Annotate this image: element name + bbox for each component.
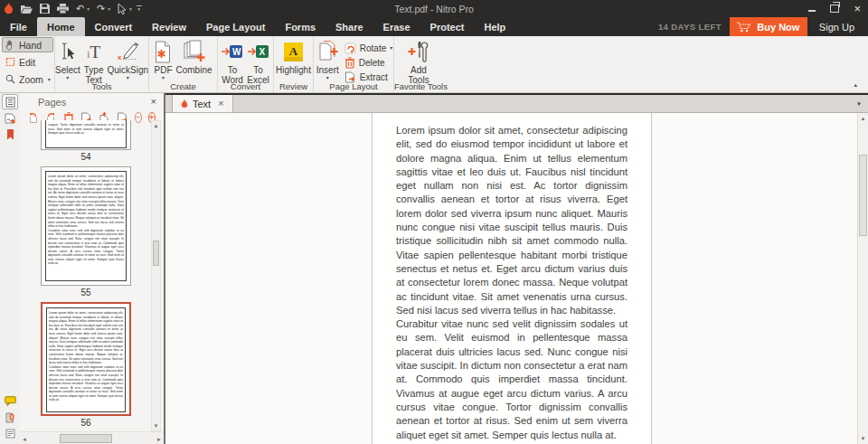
attachments-panel-button[interactable]: 0: [2, 410, 18, 425]
pages-panel: Pages × − + congue. Tortor dignissim con…: [20, 93, 164, 444]
nitro-doc-icon: [181, 99, 188, 109]
page-number-56: 56: [20, 418, 152, 428]
type-text-button[interactable]: iT Type Text: [84, 38, 104, 85]
zoom-mode-button[interactable]: Zoom ▾: [2, 71, 53, 87]
scroll-left-icon[interactable]: ◄: [22, 435, 27, 444]
document-vertical-scrollbar[interactable]: ▲ ▼: [857, 113, 868, 444]
pages-panel-close-icon[interactable]: ×: [151, 97, 156, 107]
restore-button[interactable]: [830, 5, 839, 13]
highlight-button[interactable]: A Highlight: [276, 38, 311, 75]
bookmarks-panel-button[interactable]: [2, 127, 18, 142]
add-tools-icon: [408, 38, 429, 65]
pages-panel-button[interactable]: [2, 94, 18, 109]
signatures-panel-button[interactable]: [2, 110, 18, 126]
svg-text:x: x: [118, 53, 122, 61]
edit-mode-button[interactable]: Edit: [2, 54, 53, 70]
magnifier-icon: [5, 74, 15, 84]
insert-button[interactable]: Insert ▾: [316, 38, 339, 81]
rotate-icon: [344, 43, 356, 54]
type-text-icon: iT: [87, 43, 100, 61]
zoom-dropdown-icon: ▾: [48, 76, 51, 82]
tab-erase[interactable]: Erase: [373, 17, 420, 36]
pdf-page[interactable]: Lorem ipsum dolor sit amet, consectetur …: [372, 113, 652, 444]
pdf-page-icon: [154, 38, 172, 65]
pages-hscrollbar-thumb[interactable]: [60, 434, 112, 443]
tab-forms[interactable]: Forms: [275, 17, 326, 36]
collapse-ribbon-button[interactable]: ▴: [854, 81, 857, 89]
combine-button[interactable]: Combine: [175, 38, 212, 75]
svg-text:W: W: [232, 47, 241, 57]
document-tab-text[interactable]: Text ×: [172, 95, 233, 113]
quicksign-pen-icon: x: [116, 38, 139, 65]
sign-up-link[interactable]: Sign Up: [819, 22, 854, 33]
rotate-button[interactable]: Rotate ▾: [344, 42, 392, 55]
quicksign-button[interactable]: x QuickSign ▾: [107, 38, 148, 81]
edit-icon: [5, 57, 15, 67]
tab-file[interactable]: File: [0, 17, 37, 36]
trial-days-left: 14 DAYS LEFT: [658, 22, 722, 32]
select-tool-button[interactable]: [118, 4, 127, 14]
to-word-button[interactable]: W To Word: [222, 38, 243, 85]
svg-text:X: X: [259, 47, 265, 57]
comments-panel-button[interactable]: [2, 393, 18, 409]
redo-button[interactable]: ↷: [97, 4, 105, 14]
doc-scroll-down-icon[interactable]: ▼: [858, 434, 868, 443]
page-number-55: 55: [20, 288, 152, 298]
select-button[interactable]: Select ▾: [55, 38, 80, 81]
pdf-button[interactable]: PDF ▾: [154, 38, 172, 81]
title-bar: ↶▾ ↷▾ ▾ ▾ Text.pdf - Nitro Pro ×: [0, 0, 868, 17]
delete-button[interactable]: Delete: [344, 56, 392, 70]
add-tools-button[interactable]: Add Tools: [404, 38, 433, 85]
sidebar-icon-strip: 0: [0, 93, 20, 444]
redo-dropdown-icon[interactable]: ▾: [108, 6, 110, 12]
save-button[interactable]: [40, 4, 50, 14]
page-thumbnail-54[interactable]: congue. Tortor dignissim convallis aenea…: [41, 120, 131, 150]
output-panel-button[interactable]: [2, 426, 18, 441]
ribbon-group-page-layout: Insert ▾ Rotate ▾ Delete: [313, 36, 393, 92]
doc-scroll-up-icon[interactable]: ▲: [858, 114, 868, 123]
group-label-page-layout: Page Layout: [314, 81, 393, 91]
pages-horizontal-scrollbar[interactable]: ◄ ►: [20, 431, 164, 444]
pages-scrollbar-thumb[interactable]: [153, 241, 159, 266]
group-label-create: Create: [149, 81, 217, 91]
scroll-up-icon[interactable]: ▲: [152, 121, 160, 130]
undo-button[interactable]: ↶: [76, 4, 84, 14]
scroll-down-icon[interactable]: ▼: [152, 421, 160, 430]
tab-list-dropdown-icon[interactable]: ▼: [856, 101, 862, 107]
group-label-review: Review: [274, 81, 313, 91]
thumbnail-list: congue. Tortor dignissim convallis aenea…: [20, 120, 152, 432]
document-canvas[interactable]: Lorem ipsum dolor sit amet, consectetur …: [165, 113, 857, 444]
hand-icon: [5, 40, 15, 51]
ribbon-group-tools: Select ▾ iT Type Text x QuickSign ▾ Tool…: [54, 36, 148, 92]
to-excel-button[interactable]: X To Excel: [247, 38, 269, 85]
minimize-button[interactable]: [808, 6, 816, 12]
ribbon-group-create: PDF ▾ Combine Create: [148, 36, 217, 92]
document-tab-close-icon[interactable]: ×: [218, 99, 223, 109]
hand-mode-button[interactable]: Hand: [2, 37, 53, 52]
page-thumbnail-55[interactable]: Lorem ipsum dolor sit amet, consectetur …: [41, 166, 131, 286]
tab-share[interactable]: Share: [326, 17, 373, 36]
pages-vertical-scrollbar[interactable]: ▲ ▼: [151, 120, 161, 431]
page-thumbnail-56[interactable]: Lorem ipsum dolor sit amet, consectetur …: [41, 302, 131, 416]
undo-dropdown-icon[interactable]: ▾: [87, 6, 90, 12]
tab-protect[interactable]: Protect: [420, 17, 475, 36]
group-label-favorite-tools: Favorite Tools: [394, 81, 443, 91]
tab-page-layout[interactable]: Page Layout: [196, 17, 275, 36]
tab-help[interactable]: Help: [475, 17, 516, 36]
buy-now-button[interactable]: Buy Now: [730, 17, 807, 36]
select-tool-dropdown-icon[interactable]: ▾: [129, 6, 132, 12]
group-label-tools: Tools: [55, 81, 148, 91]
tab-review[interactable]: Review: [142, 17, 196, 36]
document-scrollbar-thumb[interactable]: [859, 155, 867, 236]
mode-buttons: Hand Edit Zoom ▾: [2, 37, 53, 89]
ribbon: Hand Edit Zoom ▾ Select ▾: [0, 36, 868, 93]
ribbon-group-convert: W To Word X To Excel Convert: [217, 36, 273, 92]
open-file-button[interactable]: [21, 5, 33, 14]
scroll-right-icon[interactable]: ►: [156, 435, 162, 444]
combine-pages-icon: [183, 38, 206, 65]
tab-home[interactable]: Home: [37, 17, 85, 36]
print-button[interactable]: [57, 4, 69, 14]
close-button[interactable]: ×: [854, 3, 861, 14]
tab-convert[interactable]: Convert: [85, 17, 143, 36]
customize-toolbar-button[interactable]: ▾: [137, 5, 142, 13]
